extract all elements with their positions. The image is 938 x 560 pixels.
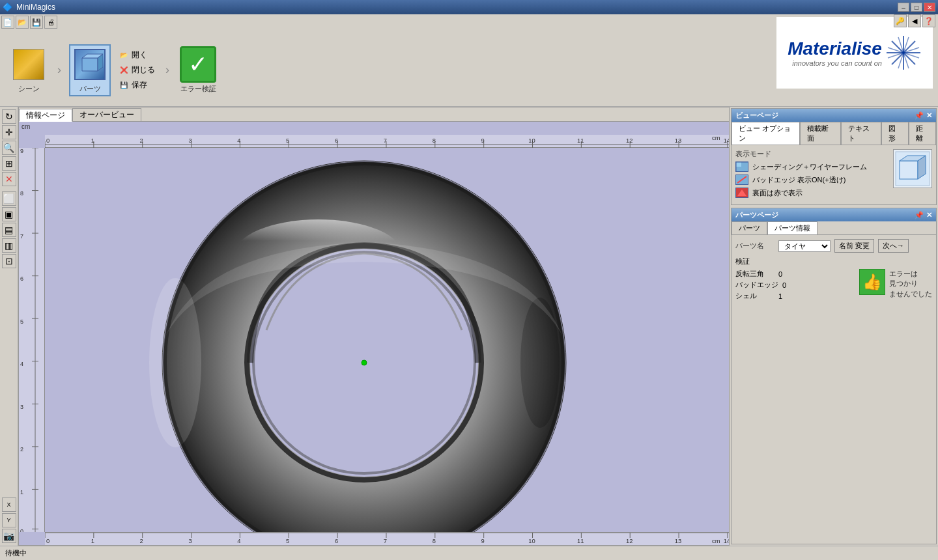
- shape-tab[interactable]: 図形: [881, 122, 909, 145]
- arrow-icon-1: ›: [57, 63, 61, 77]
- axis-x-tool[interactable]: X: [2, 497, 16, 512]
- overview-tab[interactable]: オーバービュー: [72, 108, 141, 121]
- svg-text:11: 11: [577, 137, 584, 144]
- view-tool-2[interactable]: ▣: [2, 207, 16, 221]
- save-menu-icon: 💾: [119, 80, 129, 91]
- open-menu-item[interactable]: 📂 開く: [116, 48, 158, 62]
- parts-panel-pin[interactable]: 📌: [915, 211, 924, 219]
- svg-text:10: 10: [528, 538, 535, 544]
- next-button[interactable]: 次へ→: [878, 239, 909, 253]
- view-tool-1[interactable]: ⬜: [2, 191, 16, 206]
- logo-title: Materialise: [788, 38, 882, 59]
- minimize-button[interactable]: –: [898, 3, 909, 12]
- units-label: cm: [21, 123, 30, 130]
- 3d-viewport[interactable]: cm 0 1 2 3 4 5: [19, 122, 729, 545]
- shell-value: 1: [778, 292, 782, 300]
- view-options-tab[interactable]: ビュー オプション: [732, 122, 800, 145]
- zoom-tool[interactable]: 🔍: [2, 141, 16, 155]
- svg-point-104: [520, 298, 560, 428]
- info-tab[interactable]: 情報ページ: [19, 109, 72, 122]
- cross-section-tab[interactable]: 積載断面: [800, 122, 840, 145]
- parts-page-panel: パーツページ 📌 ✕ パーツ パーツ情報 パーツ名 タイヤ 名前 変更: [731, 208, 937, 544]
- key-icon[interactable]: 🔑: [894, 14, 907, 27]
- svg-text:0: 0: [46, 137, 50, 144]
- svg-text:7: 7: [384, 137, 387, 144]
- part-name-row: パーツ名 タイヤ 名前 変更 次へ→: [735, 239, 932, 253]
- svg-text:14: 14: [724, 137, 729, 144]
- close-button[interactable]: ✕: [924, 3, 935, 12]
- zoom-box-tool[interactable]: ⊞: [2, 156, 16, 171]
- view-tool-4[interactable]: ▥: [2, 238, 16, 253]
- status-text: 待機中: [5, 548, 27, 558]
- cancel-tool[interactable]: ✕: [2, 172, 16, 186]
- app-icon: 🔷: [3, 3, 12, 12]
- viewport-container: 情報ページ オーバービュー cm 0 1 2 3: [18, 107, 730, 546]
- parts-panel-close[interactable]: ✕: [926, 211, 932, 219]
- back-face-option[interactable]: 裏面は赤で表示: [735, 188, 888, 198]
- view-panel-close[interactable]: ✕: [926, 111, 932, 120]
- svg-text:3: 3: [188, 538, 192, 544]
- svg-text:2: 2: [20, 447, 23, 453]
- view-panel-pin[interactable]: 📌: [915, 111, 924, 120]
- bad-edge-option[interactable]: バッドエッジ 表示ON(+透け): [735, 175, 888, 185]
- back-face-icon: [735, 188, 748, 198]
- check-icon: ✓: [180, 46, 216, 83]
- statusbar: 待機中: [0, 546, 938, 560]
- view-tool-3[interactable]: ▤: [2, 223, 16, 237]
- svg-point-108: [362, 360, 367, 365]
- text-tab[interactable]: テキスト: [841, 122, 881, 145]
- svg-text:7: 7: [20, 233, 23, 240]
- bad-edges-row: バッドエッジ 0: [735, 280, 854, 290]
- arrow-back-icon[interactable]: ◀: [908, 14, 921, 27]
- window-controls[interactable]: – □ ✕: [898, 3, 935, 12]
- svg-text:7: 7: [384, 538, 387, 544]
- verification-section: 検証 反転三角 0 バッドエッジ 0: [735, 257, 932, 302]
- view-tool-5[interactable]: ⊡: [2, 254, 16, 268]
- svg-text:8: 8: [20, 190, 23, 197]
- close-menu-item[interactable]: ❌ 閉じる: [116, 63, 158, 77]
- part-button[interactable]: パーツ: [69, 44, 111, 96]
- print-icon-small[interactable]: 🖨: [44, 16, 57, 29]
- bad-edge-icon: [735, 175, 748, 185]
- svg-text:6: 6: [335, 538, 338, 544]
- svg-text:8: 8: [433, 137, 436, 144]
- bad-edges-label: バッドエッジ: [735, 280, 778, 290]
- inverted-triangles-row: 反転三角 0: [735, 269, 854, 279]
- screenshot-tool[interactable]: 📷: [2, 529, 16, 543]
- part-name-select[interactable]: タイヤ: [778, 240, 831, 252]
- axis-y-tool[interactable]: Y: [2, 513, 16, 527]
- rotate-tool[interactable]: ↻: [2, 109, 16, 124]
- error-check-button[interactable]: ✓ エラー検証: [177, 44, 219, 96]
- inverted-triangles-label: 反転三角: [735, 269, 775, 279]
- parts-page-header: パーツページ 📌 ✕: [732, 208, 936, 221]
- svg-text:4: 4: [20, 361, 23, 368]
- save-menu-item[interactable]: 💾 保存: [116, 78, 158, 92]
- svg-text:0: 0: [46, 538, 50, 544]
- distance-tab[interactable]: 距離: [909, 122, 936, 145]
- pan-tool[interactable]: ✛: [2, 125, 16, 139]
- svg-text:1: 1: [91, 137, 94, 144]
- scene-button[interactable]: シーン: [8, 44, 50, 96]
- tab-bar: 情報ページ オーバービュー: [19, 107, 729, 122]
- rename-button[interactable]: 名前 変更: [834, 239, 874, 253]
- parts-info-tab[interactable]: パーツ情報: [767, 221, 817, 234]
- parts-panel-tabs: パーツ パーツ情報: [732, 221, 936, 235]
- new-icon[interactable]: 📄: [1, 16, 14, 29]
- svg-rect-110: [736, 162, 741, 167]
- logo-subtitle: innovators you can count on: [788, 59, 882, 67]
- svg-text:11: 11: [577, 538, 584, 544]
- shading-option[interactable]: シェーディング＋ワイヤーフレーム: [735, 161, 888, 172]
- open-menu-icon: 📂: [119, 50, 129, 61]
- view-panel-tabs: ビュー オプション 積載断面 テキスト 図形 距離: [732, 122, 936, 145]
- materialise-logo: Materialise innovators you can count on: [776, 17, 933, 89]
- help-icon[interactable]: ❓: [922, 14, 935, 27]
- x-ruler: 0 1 2 3 4 5 6 7 8: [45, 135, 729, 148]
- right-panels: ビューページ 📌 ✕ ビュー オプション 積載断面 テキスト 図形 距離 表示モ…: [730, 107, 938, 546]
- maximize-button[interactable]: □: [911, 3, 922, 12]
- save-icon-small[interactable]: 💾: [30, 16, 43, 29]
- parts-tab[interactable]: パーツ: [732, 221, 767, 234]
- part-label: パーツ: [79, 84, 101, 94]
- view-panel-body: 表示モード シェーディング＋ワイヤーフレ: [732, 145, 936, 204]
- open-icon-small[interactable]: 📂: [16, 16, 29, 29]
- torus-3d: [45, 148, 729, 532]
